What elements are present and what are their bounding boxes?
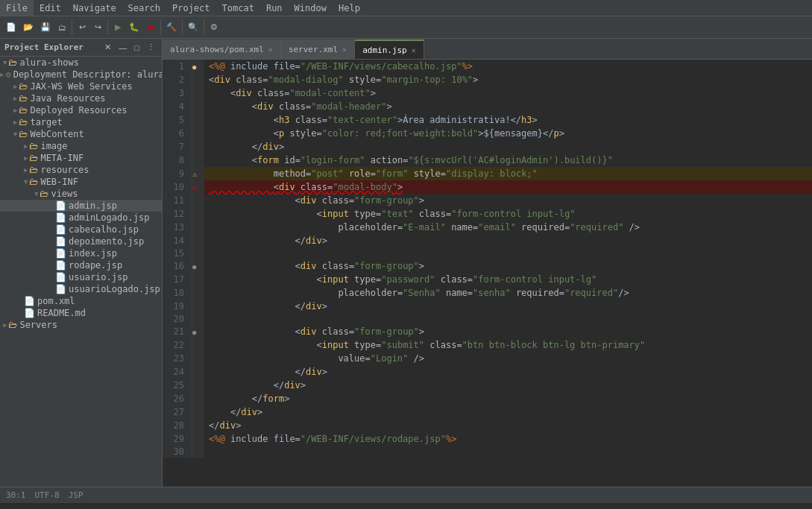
- arrow-icon[interactable]: ▼: [24, 178, 28, 186]
- code-line: 25 </div>: [163, 379, 812, 392]
- line-content: </form>: [204, 392, 812, 405]
- arrow-icon[interactable]: ▶: [13, 118, 17, 126]
- menu-file[interactable]: File: [0, 0, 34, 16]
- line-content: <form id="login-form" action="${s:mvcUrl…: [204, 154, 812, 167]
- gutter-circle: ●: [192, 263, 196, 271]
- tree-item-image[interactable]: ▶ 🗁 image: [0, 140, 162, 152]
- line-content: value="Login" />: [204, 352, 812, 365]
- arrow-icon[interactable]: ▶: [24, 142, 28, 150]
- tree-item-meta-inf[interactable]: ▶ 🗁 META-INF: [0, 152, 162, 164]
- arrow-icon[interactable]: ▶: [13, 95, 17, 102]
- sidebar-minimize-btn[interactable]: —: [116, 42, 129, 53]
- code-line: 15: [163, 247, 812, 259]
- redo-btn[interactable]: ↪: [90, 19, 105, 36]
- tree-item-jaxws[interactable]: ▶ 🗁 JAX-WS Web Services: [0, 80, 162, 92]
- settings-btn[interactable]: ⚙: [207, 19, 221, 36]
- code-line: 5 <h3 class="text-center">Área administr…: [163, 113, 812, 127]
- tree-label: adminLogado.jsp: [69, 212, 149, 223]
- arrow-icon[interactable]: ▶: [24, 154, 28, 162]
- menu-window[interactable]: Window: [289, 0, 333, 16]
- line-content: <div class="modal-body">: [204, 180, 812, 194]
- undo-btn[interactable]: ↩: [75, 19, 89, 36]
- tree-item-usuario-jsp[interactable]: 📄 usuario.jsp: [0, 271, 162, 283]
- arrow-icon[interactable]: ▶: [13, 83, 17, 90]
- menu-run[interactable]: Run: [260, 0, 289, 16]
- folder-icon: 🗁: [19, 129, 28, 139]
- arrow-icon[interactable]: ▼: [3, 59, 7, 66]
- menu-help[interactable]: Help: [333, 0, 366, 16]
- line-number: 2: [163, 73, 192, 86]
- tree-item-deployed-resources[interactable]: ▶ 🗁 Deployed Resources: [0, 104, 162, 116]
- tree-item-usuariologado-jsp[interactable]: 📄 usuarioLogado.jsp: [0, 283, 162, 295]
- tree-item-rodape-jsp[interactable]: 📄 rodape.jsp: [0, 259, 162, 271]
- tree-item-java-resources[interactable]: ▶ 🗁 Java Resources: [0, 92, 162, 104]
- tree-item-servers[interactable]: ▶ 🗁 Servers: [0, 319, 162, 331]
- search-btn[interactable]: 🔍: [185, 19, 201, 36]
- tree-item-depoimento-jsp[interactable]: 📄 depoimento.jsp: [0, 235, 162, 247]
- menu-search[interactable]: Search: [122, 0, 166, 16]
- line-content: <div class="modal-header">: [204, 100, 812, 113]
- debug-btn[interactable]: 🐛: [126, 19, 142, 36]
- tree-item-views[interactable]: ▼ 🗁 views: [0, 188, 162, 200]
- sidebar: Project Explorer ✕ — □ ⋮ ▼ 🗁 alura-shows…: [0, 39, 163, 487]
- tree-item-webcontent[interactable]: ▼ 🗁 WebContent: [0, 128, 162, 140]
- arrow-icon[interactable]: ▶: [0, 71, 4, 78]
- tree-item-pom-xml[interactable]: 📄 pom.xml: [0, 295, 162, 307]
- line-gutter: [192, 113, 204, 127]
- line-content: </div>: [204, 234, 812, 247]
- tree-label: image: [40, 141, 67, 151]
- file-icon: 📄: [24, 308, 35, 318]
- tab-bar: alura-shows/pom.xml ✕ server.xml ✕ admin…: [163, 39, 812, 60]
- arrow-icon[interactable]: ▼: [34, 190, 38, 197]
- tab-admin[interactable]: admin.jsp ✕: [355, 39, 424, 59]
- menu-navigate[interactable]: Navigate: [67, 0, 122, 16]
- arrow-icon[interactable]: ▶: [3, 321, 7, 329]
- line-gutter: [192, 446, 204, 458]
- tab-close-icon[interactable]: ✕: [412, 46, 416, 54]
- tab-close-icon[interactable]: ✕: [268, 45, 273, 54]
- tree-item-deployment[interactable]: ▶ ⚙ Deployment Descriptor: alura-shows: [0, 69, 162, 80]
- sep1: [72, 20, 72, 35]
- sidebar-close-btn[interactable]: ✕: [102, 42, 113, 53]
- sidebar-maximize-btn[interactable]: □: [132, 42, 142, 53]
- arrow-icon[interactable]: ▶: [13, 107, 17, 114]
- save-btn[interactable]: 💾: [37, 19, 54, 36]
- new-btn[interactable]: 📄: [3, 19, 19, 36]
- tab-pom[interactable]: alura-shows/pom.xml ✕: [163, 39, 281, 59]
- menu-project[interactable]: Project: [166, 0, 216, 16]
- tree-item-admin-jsp[interactable]: 📄 admin.jsp: [0, 200, 162, 212]
- arrow-icon[interactable]: ▼: [13, 130, 17, 138]
- tree-item-adminlogado-jsp[interactable]: 📄 adminLogado.jsp: [0, 212, 162, 224]
- save-all-btn[interactable]: 🗂: [54, 19, 69, 36]
- code-editor[interactable]: 1 ● <%@ include file="/WEB-INF/views/cab…: [163, 60, 812, 487]
- tree-item-readme[interactable]: 📄 README.md: [0, 307, 162, 319]
- stop-btn[interactable]: ■: [143, 19, 158, 36]
- code-line: 12 <input type="text" class="form-contro…: [163, 207, 812, 221]
- tab-server[interactable]: server.xml ✕: [281, 39, 355, 59]
- tab-close-icon[interactable]: ✕: [342, 45, 347, 54]
- sidebar-menu-btn[interactable]: ⋮: [145, 42, 157, 53]
- tree-label: WEB-INF: [40, 177, 78, 187]
- line-content: </div>: [204, 140, 812, 154]
- line-gutter: ⊗: [192, 180, 204, 194]
- line-gutter: [192, 392, 204, 405]
- run-btn[interactable]: ▶: [110, 19, 125, 36]
- tree-label: Java Resources: [30, 93, 105, 104]
- code-line: 6 <p style="color: red;font-weight:bold"…: [163, 127, 812, 140]
- tree-item-alura-shows[interactable]: ▼ 🗁 alura-shows: [0, 57, 162, 69]
- warning-icon: ⚠: [192, 170, 197, 178]
- tree-item-cabecalho-jsp[interactable]: 📄 cabecalho.jsp: [0, 224, 162, 235]
- menu-edit[interactable]: Edit: [34, 0, 67, 16]
- line-content: <input type="text" class="form-control i…: [204, 207, 812, 221]
- line-content: <div class="form-group">: [204, 194, 812, 207]
- tree-item-target[interactable]: ▶ 🗁 target: [0, 116, 162, 128]
- tree-item-web-inf[interactable]: ▼ 🗁 WEB-INF: [0, 176, 162, 188]
- tree-item-resources[interactable]: ▶ 🗁 resources: [0, 164, 162, 176]
- arrow-icon[interactable]: ▶: [24, 166, 28, 174]
- menu-tomcat[interactable]: Tomcat: [216, 0, 260, 16]
- tree-label: rodape.jsp: [69, 260, 122, 271]
- open-btn[interactable]: 📂: [20, 19, 37, 36]
- tree-item-index-jsp[interactable]: 📄 index.jsp: [0, 247, 162, 259]
- line-gutter: ●: [192, 60, 204, 73]
- build-btn[interactable]: 🔨: [163, 19, 180, 36]
